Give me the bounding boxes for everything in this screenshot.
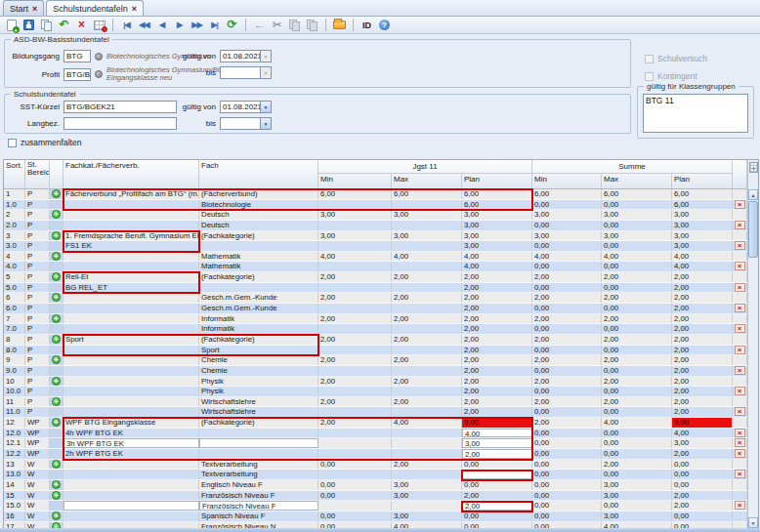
table-row[interactable]: 2.0PDeutsch3,000,000,003,00× [4, 221, 747, 231]
cell-fach[interactable]: Chemie [199, 366, 318, 376]
cell-fachkat[interactable] [63, 480, 199, 490]
cell-smax[interactable]: 0,00 [602, 283, 672, 293]
cell-smax[interactable]: 3,00 [602, 491, 672, 501]
delete-row-button[interactable]: × [735, 304, 745, 312]
cell-smin[interactable]: 2,00 [532, 418, 602, 428]
cell-splan[interactable]: 0,00 [672, 470, 733, 479]
close-icon[interactable]: × [132, 5, 137, 13]
add-row-button[interactable]: + [52, 314, 61, 323]
table-row[interactable]: 7P+Informatik2,002,002,002,002,002,00 [4, 314, 747, 325]
cell-splan[interactable]: 3,00 [672, 231, 733, 241]
cell-jplan[interactable]: 3,00 [462, 241, 532, 251]
cell-fach[interactable]: Textverarbeitung [199, 460, 318, 470]
cell-smin[interactable]: 0,00 [532, 283, 602, 293]
undo-button[interactable]: ↶ [56, 18, 72, 33]
delete-row-button[interactable]: × [735, 366, 745, 375]
cell-jmax[interactable] [392, 304, 462, 313]
cell-jmax[interactable]: 3,00 [392, 491, 462, 501]
cell-jmax[interactable]: 2,00 [392, 335, 462, 345]
cell-jmin[interactable]: 2,00 [318, 293, 392, 303]
save-button[interactable] [21, 18, 37, 33]
table-row[interactable]: 4.0PMathematik4,000,000,004,00× [4, 262, 747, 272]
cell-fach[interactable]: Deutsch [199, 210, 318, 220]
cell-splan[interactable]: 2,00 [672, 283, 733, 293]
cell-jplan[interactable]: 2,00 [462, 335, 532, 345]
cell-jmin[interactable]: 3,00 [318, 210, 392, 220]
column-header-jgst-plan[interactable]: Plan [462, 174, 532, 188]
cell-smax[interactable]: 3,00 [602, 512, 672, 521]
cell-smin[interactable]: 0,00 [532, 366, 602, 376]
cell-smin[interactable]: 0,00 [532, 449, 602, 459]
cell-fach[interactable]: Englisch Niveau F [199, 480, 318, 490]
schulversuch-checkbox[interactable] [645, 55, 654, 63]
help-button[interactable]: ? [376, 18, 393, 33]
cell-smax[interactable]: 2,00 [602, 460, 672, 470]
cell-smax[interactable]: 0,00 [602, 366, 672, 376]
tab-start[interactable]: Start × [3, 0, 44, 16]
add-row-button[interactable]: + [52, 491, 61, 500]
cell-fach[interactable]: (Fachkategorie) [199, 272, 318, 282]
cell-jmax[interactable] [392, 407, 462, 417]
cell-fach[interactable] [199, 241, 318, 251]
cell-smin[interactable]: 6,00 [532, 189, 602, 199]
cell-splan[interactable]: 0,00 [672, 480, 733, 490]
cell-smin[interactable]: 2,00 [532, 314, 602, 324]
cell-fachkat[interactable] [63, 293, 199, 303]
sst-kuerzel-field[interactable]: BTG/BGEK21 [63, 101, 177, 113]
cell-smin[interactable]: 0,00 [532, 221, 602, 230]
delete-row-button[interactable]: × [735, 438, 745, 447]
cell-smin[interactable]: 0,00 [532, 346, 602, 355]
scroll-down-button[interactable]: ▼ [748, 517, 758, 528]
nav-fast-back-button[interactable]: ◀◀ [136, 18, 152, 33]
add-row-button[interactable]: + [52, 189, 61, 198]
column-header-summe-max[interactable]: Max [602, 174, 672, 188]
table-row[interactable]: 7.0PInformatik2,000,000,002,00× [4, 324, 747, 335]
cell-fachkat[interactable]: 4h WPF BTG EK [63, 429, 199, 438]
cell-fach[interactable]: Wirtschaftslehre [199, 397, 318, 407]
cell-smin[interactable]: 2,00 [532, 335, 602, 345]
cell-fach[interactable]: (Fachkategorie) [199, 418, 318, 428]
table-row[interactable]: 1P+Fächerverbund „Profilfach am BTG“ (m.… [4, 189, 747, 200]
cell-smax[interactable]: 2,00 [602, 314, 672, 324]
cell-fach[interactable]: (Fächerverbund) [199, 189, 318, 199]
cell-fachkat[interactable]: Fächerverbund „Profilfach am BTG“ (m. MF… [63, 189, 199, 199]
cell-jplan[interactable]: 2,00 [462, 314, 532, 324]
id-button[interactable]: ID [359, 18, 375, 33]
table-row[interactable]: 11P+Wirtschaftslehre2,002,002,002,002,00… [4, 397, 747, 408]
cell-jmax[interactable] [392, 429, 462, 438]
add-row-button[interactable]: + [52, 293, 61, 302]
table-row[interactable]: 4P+Mathematik4,004,004,004,004,004,00 [4, 252, 747, 263]
cell-jmax[interactable]: 4,00 [392, 418, 462, 428]
cell-fach[interactable]: Deutsch [199, 221, 318, 230]
cell-splan[interactable]: 0,00 [672, 460, 733, 470]
table-row[interactable]: 8P+Sport(Fachkategorie)2,002,002,002,002… [4, 335, 747, 346]
cell-jmax[interactable] [392, 221, 462, 230]
cell-jmin[interactable] [318, 304, 392, 313]
cell-fachkat[interactable] [63, 210, 199, 220]
cell-jplan[interactable]: 2,00 [462, 324, 532, 334]
cell-smin[interactable]: 2,00 [532, 377, 602, 387]
add-row-button[interactable]: + [52, 512, 61, 520]
cell-smax[interactable]: 0,00 [602, 346, 672, 355]
cell-jmin[interactable] [318, 470, 392, 479]
add-row-button[interactable]: + [52, 252, 61, 261]
cell-smax[interactable]: 4,00 [602, 418, 672, 428]
cell-smin[interactable]: 0,00 [532, 200, 602, 210]
delete-row-button[interactable]: × [735, 324, 745, 333]
cell-fach[interactable]: Biotechnologie [199, 200, 318, 210]
nav-back-button[interactable]: ◀ [153, 18, 170, 33]
column-header-summe-plan[interactable]: Plan [672, 174, 733, 188]
cell-jmin[interactable]: 2,00 [318, 314, 392, 324]
cell-splan[interactable]: 2,00 [672, 501, 733, 511]
table-row[interactable]: 9P+Chemie2,002,002,002,002,002,00 [4, 355, 747, 366]
table-row[interactable]: 11.0PWirtschaftslehre2,000,000,002,00× [4, 407, 747, 418]
cell-jmax[interactable]: 2,00 [392, 314, 462, 324]
cell-fachkat[interactable] [63, 387, 199, 396]
table-row[interactable]: 6P+Gesch.m.Gem.-Kunde2,002,002,002,002,0… [4, 293, 747, 304]
cell-jmax[interactable]: 2,00 [392, 397, 462, 407]
cell-jmin[interactable] [318, 501, 392, 511]
cell-fach[interactable] [199, 429, 318, 438]
cell-fach[interactable]: (Fachkategorie) [199, 335, 318, 345]
cell-jmin[interactable] [318, 262, 392, 271]
delete-row-button[interactable]: × [735, 470, 745, 478]
